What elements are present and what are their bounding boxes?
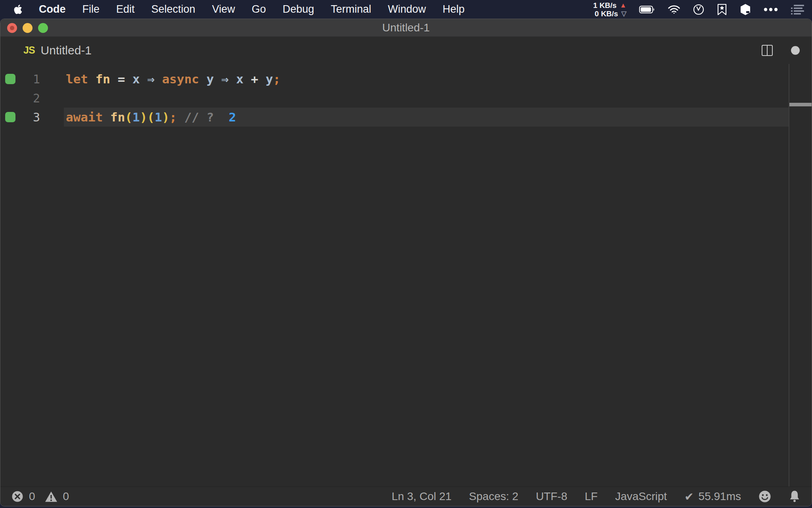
code-token: let [66,72,88,86]
code-token: y [207,72,214,86]
code-token: fn [110,110,125,124]
menu-window[interactable]: Window [379,3,434,15]
code-token [258,72,266,86]
apple-menu[interactable] [8,4,31,15]
window-title-bar[interactable]: Untitled-1 [0,19,812,37]
line-number: 2 [18,91,40,105]
code-token: ⇒ [147,72,155,86]
code-token [214,110,228,124]
wifi-icon[interactable] [668,5,680,14]
warning-icon [45,491,57,502]
code-token: ; [273,72,281,86]
code-token: x [236,72,243,86]
code-token: async [162,72,199,86]
code-token: await [66,110,103,124]
vscode-window: Untitled-1 JS Untitled-1 1let fn = x ⇒ a… [0,19,812,506]
split-editor-icon[interactable] [761,44,774,57]
window-title: Untitled-1 [0,21,812,34]
menu-app-name[interactable]: Code [31,3,74,15]
code-token: ( [125,110,132,124]
editor-actions [761,44,800,57]
minimize-button[interactable] [23,23,33,33]
warning-count: 0 [63,490,69,503]
code-token: 1 [155,110,162,124]
close-button[interactable] [7,23,17,33]
error-count: 0 [29,490,35,503]
code-token: ) [162,110,170,124]
code-token: 2 [229,110,236,124]
status-bar: 0 0 Ln 3, Col 21 Spaces: 2 UTF-8 LF Java… [0,487,812,506]
editor-line[interactable]: 2 [0,89,812,108]
menu-view[interactable]: View [204,3,243,15]
network-down-row: 0 KB/s ▽ [595,10,626,18]
macos-menu-bar: Code File Edit Selection View Go Debug T… [0,0,812,19]
code-token: ( [147,110,155,124]
screen: Code File Edit Selection View Go Debug T… [0,0,812,508]
zoom-button[interactable] [38,23,48,33]
menu-terminal[interactable]: Terminal [322,3,379,15]
code-token [103,110,110,124]
upload-arrow-icon: ▲ [620,1,626,10]
menu-selection[interactable]: Selection [143,3,204,15]
perf-time-label: 55.91ms [699,490,741,503]
notifications-bell-icon[interactable] [789,490,801,503]
menu-go[interactable]: Go [243,3,274,15]
code-token: // ? [184,110,214,124]
javascript-file-icon: JS [23,44,35,56]
encoding-setting[interactable]: UTF-8 [536,490,567,503]
eol-setting[interactable]: LF [585,490,598,503]
indentation-setting[interactable]: Spaces: 2 [469,490,519,503]
menu-help[interactable]: Help [434,3,473,15]
code-token: x [132,72,140,86]
menu-bar-status-items: 1 KB/s ▲ 0 KB/s ▽ [593,1,804,18]
quokka-coverage-indicator [0,112,18,122]
unsaved-changes-dot[interactable] [791,46,800,55]
battery-icon[interactable] [639,6,655,13]
editor-line[interactable]: 1let fn = x ⇒ async y ⇒ x + y; [0,69,812,89]
traffic-lights [0,23,48,33]
code-token: fn [96,72,110,86]
tab-label: Untitled-1 [41,44,92,57]
menu-debug[interactable]: Debug [274,3,323,15]
menu-edit[interactable]: Edit [108,3,143,15]
code-token: ⇒ [221,72,229,86]
code-token [140,72,147,86]
code-token [125,72,132,86]
code-token [243,72,251,86]
code-token: + [251,72,259,86]
code-token [177,110,184,124]
cube-icon[interactable] [740,4,751,15]
editor-lines: 1let fn = x ⇒ async y ⇒ x + y;23await fn… [0,69,812,127]
menu-file[interactable]: File [74,3,108,15]
editor-line[interactable]: 3await fn(1)(1); // ? 2 [0,108,812,127]
code-text: await fn(1)(1); // ? 2 [40,110,236,124]
menu-bar-left: Code File Edit Selection View Go Debug T… [8,3,473,15]
network-speed-indicator[interactable]: 1 KB/s ▲ 0 KB/s ▽ [593,1,626,18]
problems-indicator[interactable]: 0 0 [11,490,69,503]
quokka-coverage-indicator [0,74,18,84]
status-bar-right: Ln 3, Col 21 Spaces: 2 UTF-8 LF JavaScri… [392,490,801,503]
code-editor[interactable]: 1let fn = x ⇒ async y ⇒ x + y;23await fn… [0,64,812,487]
coverage-square-icon [5,74,15,84]
feedback-smiley-icon[interactable] [758,490,771,503]
line-number: 1 [18,72,40,86]
tab-untitled-1[interactable]: JS Untitled-1 [23,44,92,57]
apple-icon [13,4,23,15]
clock-icon[interactable] [693,4,704,15]
line-number: 3 [18,110,40,124]
code-text: let fn = x ⇒ async y ⇒ x + y; [40,72,280,86]
coverage-square-icon [5,112,15,122]
check-icon: ✔ [684,490,693,503]
editor-tab-bar: JS Untitled-1 [0,37,812,64]
code-token: = [118,72,125,86]
ellipsis-icon[interactable] [764,8,778,12]
down-speed-label: 0 KB/s [595,10,618,18]
overview-ruler-current-line-marker[interactable] [789,103,812,106]
list-icon[interactable] [791,4,804,15]
language-mode[interactable]: JavaScript [615,490,667,503]
code-token [155,72,162,86]
code-token [229,72,236,86]
quokka-performance[interactable]: ✔ 55.91ms [684,490,741,503]
cursor-position[interactable]: Ln 3, Col 21 [392,490,452,503]
bookmark-icon[interactable] [717,4,727,15]
